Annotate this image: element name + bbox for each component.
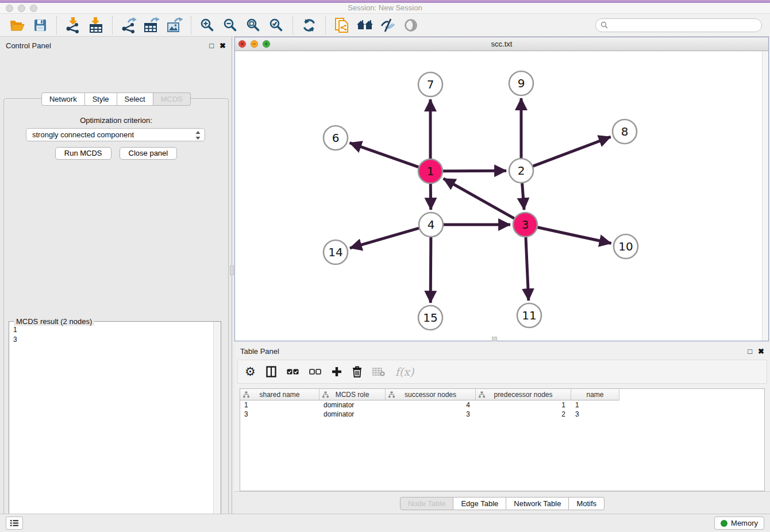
search-icon [600,21,608,29]
column-header-successor-nodes[interactable]: successor nodes [386,389,476,400]
export-table-icon[interactable] [142,16,161,34]
mcds-result-text[interactable]: 13 [9,323,213,532]
zoom-in-icon[interactable] [198,16,217,34]
cell-successor-nodes[interactable]: 3 [386,410,476,419]
import-table-icon[interactable] [86,16,106,34]
show-columns-icon[interactable] [266,364,276,380]
graph-edge-4-15[interactable] [430,236,431,303]
cell-mcds-role[interactable]: dominator [319,410,386,419]
vertical-splitter-handle[interactable] [230,265,234,275]
optimization-criterion-label: Optimization criterion: [4,116,228,125]
graph-edge-4-14[interactable] [350,228,420,248]
delete-row-icon[interactable] [352,364,362,380]
tab-style[interactable]: Style [85,92,117,106]
graph-edge-2-3[interactable] [522,182,524,210]
network-window-titlebar[interactable]: × − + scc.txt [235,37,768,51]
tab-network[interactable]: Network [41,92,85,106]
graph-node-10[interactable]: 10 [614,234,638,259]
table-tab-node-table[interactable]: Node Table [400,497,454,510]
table-row[interactable]: 3dominator323 [240,410,764,419]
run-mcds-button[interactable]: Run MCDS [55,147,111,160]
search-box[interactable] [595,18,762,32]
graph-edge-2-8[interactable] [532,137,611,167]
graph-edge-3-11[interactable] [526,236,529,300]
export-network-icon[interactable] [119,16,138,34]
cell-mcds-role[interactable]: dominator [319,400,386,410]
deselect-all-icon[interactable] [309,364,321,380]
close-panel-button[interactable]: Close panel [120,147,178,160]
cell-predecessor-nodes[interactable]: 1 [476,400,571,410]
select-all-icon[interactable] [287,364,299,380]
result-scrollbar[interactable] [213,322,221,532]
graph-node-9[interactable]: 9 [509,71,533,95]
node-table[interactable]: shared nameMCDS rolesuccessor nodesprede… [240,388,765,491]
cell-name[interactable]: 1 [571,400,619,410]
apply-function-icon: f(x) [395,364,414,380]
graph-edge-3-1[interactable] [444,179,515,219]
float-panel-icon[interactable]: □ [209,42,214,49]
network-view-window: × − + scc.txt 7968124314101511 [234,37,769,341]
zoom-selected-icon[interactable] [267,16,286,34]
cell-predecessor-nodes[interactable]: 2 [476,410,571,419]
graph-node-3[interactable]: 3 [513,213,537,237]
network-canvas[interactable]: 7968124314101511 [235,51,768,341]
memory-button[interactable]: Memory [714,516,764,530]
search-input[interactable] [611,21,757,29]
graph-node-7[interactable]: 7 [418,72,442,97]
clone-network-icon[interactable] [332,16,352,34]
column-header-shared-name[interactable]: shared name [240,389,319,400]
graph-node-4[interactable]: 4 [419,213,443,237]
network-scrollbar[interactable] [762,51,768,341]
svg-text:2: 2 [518,164,525,178]
import-network-icon[interactable] [63,16,83,34]
close-table-panel-icon[interactable]: ✖ [758,348,764,355]
control-panel-title: Control Panel [6,41,51,50]
table-settings-icon[interactable]: ⚙ [245,364,256,380]
table-tabs-row: Node TableEdge TableNetwork TableMotifs [234,497,770,510]
graph-edge-1-2[interactable] [442,171,506,171]
show-view-icon[interactable] [401,16,421,34]
svg-text:4: 4 [428,218,435,232]
memory-status-icon [721,520,727,527]
app-titlebar: Session: New Session [0,0,770,14]
horizontal-splitter-handle[interactable] [492,337,497,341]
column-header-mcds-role[interactable]: MCDS role [319,389,386,400]
tab-mcds[interactable]: MCDS [153,92,191,106]
network-graph[interactable]: 7968124314101511 [235,51,768,341]
tab-select[interactable]: Select [117,92,153,106]
column-header-name[interactable]: name [571,389,619,400]
cell-shared-name[interactable]: 3 [240,410,319,419]
graph-node-6[interactable]: 6 [324,126,348,150]
task-history-button[interactable] [6,516,23,530]
cell-shared-name[interactable]: 1 [240,400,319,410]
save-session-icon[interactable] [30,16,50,34]
close-panel-icon[interactable]: ✖ [220,42,226,49]
graph-edge-1-6[interactable] [350,143,420,168]
home-view-icon[interactable] [355,16,375,34]
cell-successor-nodes[interactable]: 4 [386,400,476,410]
open-session-icon[interactable] [7,16,27,34]
table-row[interactable]: 1dominator411 [240,400,764,410]
zoom-fit-icon[interactable] [244,16,263,34]
graph-node-11[interactable]: 11 [517,303,541,327]
add-row-icon[interactable] [332,364,342,380]
table-tab-motifs[interactable]: Motifs [569,497,605,510]
graph-node-15[interactable]: 15 [418,306,442,330]
graph-node-2[interactable]: 2 [509,159,533,183]
graph-edge-1-4[interactable] [430,183,431,210]
graph-node-1[interactable]: 1 [418,159,442,183]
table-tab-network-table[interactable]: Network Table [506,497,569,510]
cell-name[interactable]: 3 [571,410,619,419]
hide-view-icon[interactable] [378,16,398,34]
float-table-panel-icon[interactable]: □ [748,348,752,355]
export-image-icon[interactable] [165,16,184,34]
zoom-out-icon[interactable] [221,16,240,34]
table-tab-edge-table[interactable]: Edge Table [453,497,506,510]
svg-text:15: 15 [423,311,437,325]
graph-node-8[interactable]: 8 [613,119,637,144]
criterion-dropdown[interactable]: strongly connected component [26,128,205,141]
column-header-predecessor-nodes[interactable]: predecessor nodes [476,389,571,400]
refresh-layout-icon[interactable] [299,16,319,34]
graph-node-14[interactable]: 14 [324,240,348,264]
graph-edge-3-10[interactable] [537,227,611,243]
